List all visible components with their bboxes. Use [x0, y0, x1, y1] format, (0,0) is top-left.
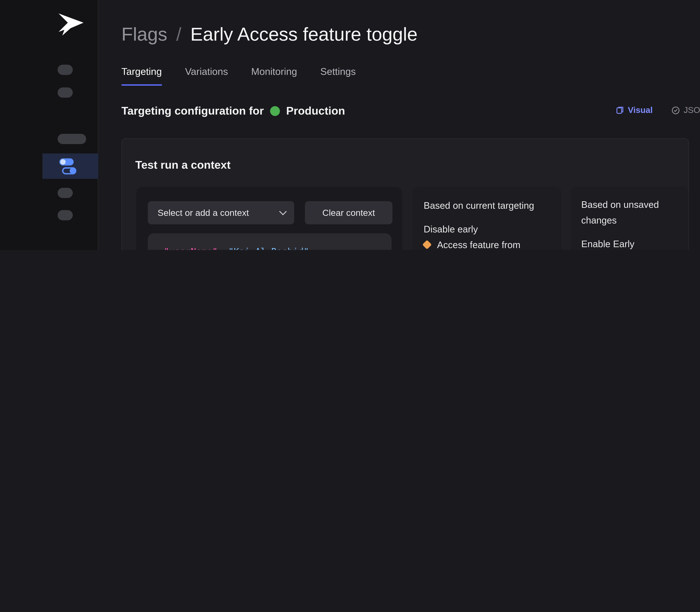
- sidebar-nav-placeholder[interactable]: [58, 188, 73, 198]
- sidebar-item-flags-active[interactable]: [42, 153, 98, 179]
- test-run-title: Test run a context: [135, 158, 231, 171]
- current-panel-feature: Access feature from: [437, 239, 521, 250]
- context-value: "Kai Al-Rashid": [228, 246, 309, 250]
- context-sep: :: [218, 246, 228, 250]
- current-panel-title: Based on current targeting: [423, 198, 550, 213]
- context-key: "userName": [164, 246, 218, 250]
- context-comma: ,: [309, 246, 314, 250]
- config-header-row: Targeting configuration for Production V…: [121, 105, 700, 120]
- breadcrumb-separator: /: [176, 24, 181, 45]
- clear-context-button[interactable]: Clear context: [305, 201, 392, 224]
- context-line: "userName": "Kai Al-Rashid",: [164, 244, 392, 250]
- json-view-button[interactable]: JSON: [672, 105, 700, 115]
- app-logo-icon[interactable]: [54, 12, 85, 38]
- visual-view-label: Visual: [628, 105, 652, 115]
- page-title: Early Access feature toggle: [190, 24, 417, 45]
- current-targeting-result-panel: Based on current targeting Disable early…: [412, 187, 561, 250]
- sidebar-nav-placeholder[interactable]: [58, 87, 73, 98]
- breadcrumb-flags-link[interactable]: Flags: [121, 24, 167, 45]
- current-panel-action: Disable early: [423, 221, 550, 237]
- current-panel-feature-line: Access feature from: [423, 237, 550, 250]
- tab-targeting[interactable]: Targeting: [121, 66, 162, 86]
- context-select-value: Select or add a context: [158, 208, 249, 218]
- config-title: Targeting configuration for Production: [121, 105, 700, 117]
- json-view-label: JSON: [684, 105, 700, 115]
- flags-toggle-icon: [59, 158, 77, 174]
- chevron-down-icon: [279, 208, 287, 215]
- unsaved-changes-result-panel: Based on unsaved changes Enable Early Ac…: [570, 187, 688, 250]
- variation-diamond-orange-icon: [422, 240, 432, 249]
- environment-status-dot: [270, 106, 280, 116]
- unsaved-panel-title: Based on unsaved changes: [581, 197, 678, 228]
- tab-variations[interactable]: Variations: [185, 66, 228, 86]
- sidebar-nav-placeholder[interactable]: [58, 134, 86, 144]
- visual-view-icon: [616, 106, 624, 114]
- context-input-panel: Select or add a context Clear context "u…: [136, 187, 402, 250]
- config-title-text: Targeting configuration for: [121, 105, 264, 117]
- app-window: { "header": { "breadcrumb_section": "Fla…: [0, 0, 700, 250]
- test-run-context-card: Test run a context Select or add a conte…: [121, 138, 689, 250]
- sidebar: [0, 0, 98, 250]
- tab-bar: Targeting Variations Monitoring Settings: [121, 66, 356, 86]
- sidebar-nav-placeholder[interactable]: [58, 210, 73, 220]
- json-view-icon: [672, 106, 680, 114]
- context-json-editor[interactable]: "userName": "Kai Al-Rashid", "email": "k…: [148, 233, 392, 250]
- tab-settings[interactable]: Settings: [320, 66, 356, 86]
- tab-monitoring[interactable]: Monitoring: [251, 66, 297, 86]
- unsaved-panel-action: Enable Early: [581, 236, 678, 250]
- breadcrumb: Flags/Early Access feature toggle: [121, 23, 417, 45]
- environment-name: Production: [286, 105, 345, 117]
- context-select[interactable]: Select or add a context: [148, 201, 294, 224]
- sidebar-nav-placeholder[interactable]: [58, 65, 73, 75]
- visual-view-button[interactable]: Visual: [616, 105, 652, 115]
